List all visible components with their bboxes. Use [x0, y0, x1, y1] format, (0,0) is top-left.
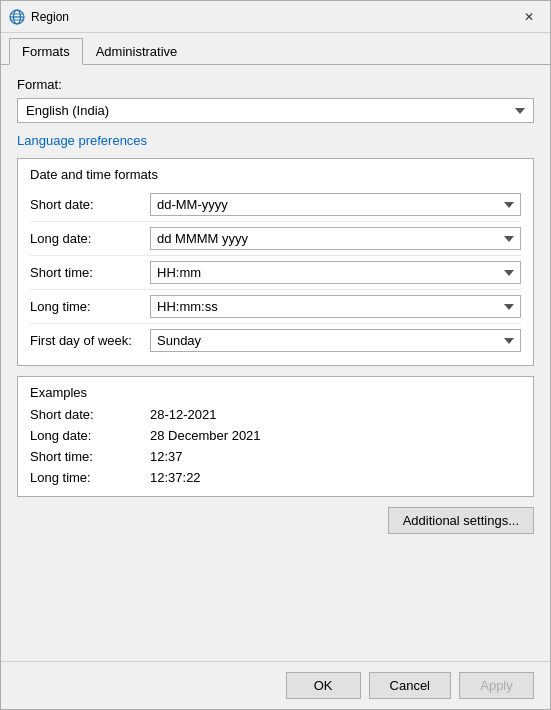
example-long-time-value: 12:37:22: [150, 470, 201, 485]
format-row-first-day: First day of week: Sunday: [30, 324, 521, 357]
tab-formats[interactable]: Formats: [9, 38, 83, 65]
example-long-date: Long date: 28 December 2021: [30, 425, 521, 446]
examples-title: Examples: [30, 385, 521, 400]
example-short-date-value: 28-12-2021: [150, 407, 217, 422]
format-row-long-time: Long time: HH:mm:ss: [30, 290, 521, 324]
long-time-label: Long time:: [30, 299, 150, 314]
footer: OK Cancel Apply: [1, 661, 550, 709]
example-short-time-label: Short time:: [30, 449, 150, 464]
title-bar: Region ✕: [1, 1, 550, 33]
close-button[interactable]: ✕: [516, 4, 542, 30]
tabs-container: Formats Administrative: [1, 33, 550, 64]
first-day-label: First day of week:: [30, 333, 150, 348]
examples-box: Examples Short date: 28-12-2021 Long dat…: [17, 376, 534, 497]
example-short-date: Short date: 28-12-2021: [30, 404, 521, 425]
datetime-formats-title: Date and time formats: [30, 167, 521, 182]
window-title: Region: [31, 10, 69, 24]
long-date-dropdown[interactable]: dd MMMM yyyy: [150, 227, 521, 250]
example-long-date-value: 28 December 2021: [150, 428, 261, 443]
example-short-time: Short time: 12:37: [30, 446, 521, 467]
example-long-time-label: Long time:: [30, 470, 150, 485]
tab-administrative[interactable]: Administrative: [83, 38, 191, 65]
example-long-time: Long time: 12:37:22: [30, 467, 521, 488]
globe-icon: [9, 9, 25, 25]
format-row-short-date: Short date: dd-MM-yyyy: [30, 188, 521, 222]
first-day-dropdown[interactable]: Sunday: [150, 329, 521, 352]
short-time-dropdown[interactable]: HH:mm: [150, 261, 521, 284]
long-date-label: Long date:: [30, 231, 150, 246]
short-date-label: Short date:: [30, 197, 150, 212]
format-label: Format:: [17, 77, 534, 92]
long-time-dropdown[interactable]: HH:mm:ss: [150, 295, 521, 318]
cancel-button[interactable]: Cancel: [369, 672, 451, 699]
datetime-formats-box: Date and time formats Short date: dd-MM-…: [17, 158, 534, 366]
apply-button[interactable]: Apply: [459, 672, 534, 699]
ok-button[interactable]: OK: [286, 672, 361, 699]
content-area: Format: English (India) Language prefere…: [1, 64, 550, 661]
example-long-date-label: Long date:: [30, 428, 150, 443]
region-window: Region ✕ Formats Administrative Format: …: [0, 0, 551, 710]
format-dropdown[interactable]: English (India): [17, 98, 534, 123]
format-section: Format: English (India): [17, 77, 534, 123]
example-short-date-label: Short date:: [30, 407, 150, 422]
short-date-dropdown[interactable]: dd-MM-yyyy: [150, 193, 521, 216]
format-row-long-date: Long date: dd MMMM yyyy: [30, 222, 521, 256]
example-short-time-value: 12:37: [150, 449, 183, 464]
language-preferences-link[interactable]: Language preferences: [17, 133, 534, 148]
format-row-short-time: Short time: HH:mm: [30, 256, 521, 290]
additional-settings-button[interactable]: Additional settings...: [388, 507, 534, 534]
short-time-label: Short time:: [30, 265, 150, 280]
